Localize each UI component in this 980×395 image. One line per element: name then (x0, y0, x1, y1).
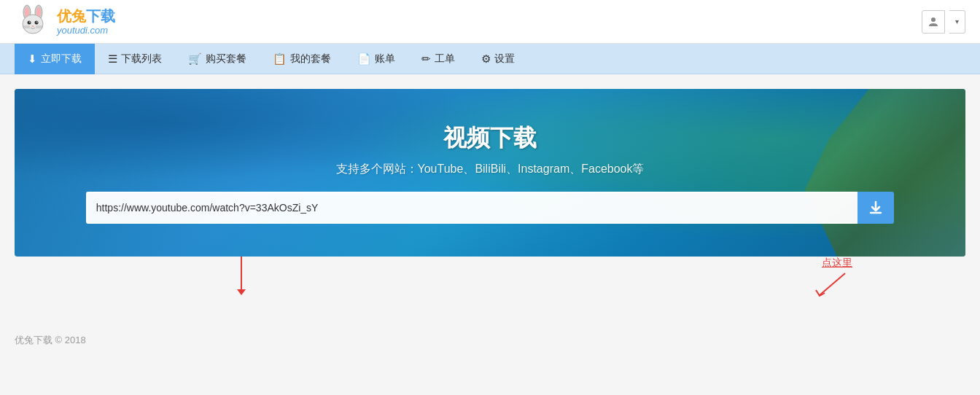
left-annotation-arrow (237, 257, 246, 295)
arrow-vertical-line (241, 257, 242, 289)
user-icon-button[interactable] (922, 10, 945, 34)
banner-subtitle: 支持多个网站：YouTube、BiliBili、Instagram、Facebo… (336, 162, 645, 177)
download-nav-icon: ⬇ (28, 52, 37, 66)
url-input[interactable] (86, 192, 858, 224)
cart-nav-icon: 🛒 (188, 52, 202, 66)
svg-point-7 (29, 21, 31, 23)
user-icon (928, 16, 939, 28)
nav-item-tools[interactable]: ✏ 工单 (408, 44, 468, 74)
header-right: ▾ (922, 10, 965, 34)
footer-copyright: 优兔下载 © 2018 (15, 334, 86, 347)
svg-point-6 (35, 20, 39, 24)
settings-nav-icon: ⚙ (481, 52, 491, 66)
nav-item-buy-package[interactable]: 🛒 购买套餐 (175, 44, 260, 74)
user-dropdown-button[interactable]: ▾ (949, 10, 965, 34)
arrow-head (237, 289, 246, 295)
list-nav-icon: ☰ (108, 52, 117, 66)
svg-point-5 (28, 20, 31, 24)
nav-label-bills: 账单 (375, 52, 395, 66)
nav-label-settings: 设置 (494, 52, 515, 66)
svg-point-4 (23, 15, 43, 34)
nav-item-bills[interactable]: 📄 账单 (344, 44, 408, 74)
bills-nav-icon: 📄 (357, 52, 371, 66)
svg-point-8 (36, 21, 38, 23)
logo-chinese: 优兔下载 (57, 7, 115, 25)
tools-nav-icon: ✏ (421, 52, 431, 66)
annotation-area: 点这里 (15, 257, 965, 322)
nav-label-buy-package: 购买套餐 (206, 52, 246, 66)
banner: 视频下载 支持多个网站：YouTube、BiliBili、Instagram、F… (15, 89, 965, 257)
right-annotation: 点这里 (809, 257, 852, 299)
nav-item-instant-download[interactable]: ⬇ 立即下载 (15, 44, 95, 74)
url-input-row (86, 192, 894, 224)
nav-label-my-package: 我的套餐 (290, 52, 331, 66)
logo-area: 优兔下载 youtudi.com (15, 4, 115, 40)
nav-label-tools: 工单 (435, 52, 455, 66)
logo-rabbit-icon (15, 4, 51, 40)
svg-point-9 (32, 26, 34, 27)
logo-domain: youtudi.com (57, 25, 115, 36)
nav-bar: ⬇ 立即下载 ☰ 下载列表 🛒 购买套餐 📋 我的套餐 📄 账单 ✏ 工单 ⚙ … (0, 44, 980, 74)
nav-item-my-package[interactable]: 📋 我的套餐 (260, 44, 344, 74)
download-icon (868, 200, 884, 216)
click-here-text[interactable]: 点这里 (822, 257, 852, 270)
nav-item-download-list[interactable]: ☰ 下载列表 (95, 44, 175, 74)
nav-item-settings[interactable]: ⚙ 设置 (468, 44, 528, 74)
logo-text: 优兔下载 youtudi.com (57, 7, 115, 36)
svg-point-14 (931, 17, 936, 22)
url-download-button[interactable] (858, 192, 894, 224)
banner-title: 视频下载 (443, 122, 537, 155)
diagonal-arrow (809, 270, 852, 299)
package-nav-icon: 📋 (273, 52, 287, 66)
header: 优兔下载 youtudi.com ▾ (0, 0, 980, 44)
main-content: 视频下载 支持多个网站：YouTube、BiliBili、Instagram、F… (0, 74, 980, 257)
nav-label-instant-download: 立即下载 (41, 52, 82, 66)
footer: 优兔下载 © 2018 (0, 322, 980, 359)
nav-label-download-list: 下载列表 (121, 52, 162, 66)
